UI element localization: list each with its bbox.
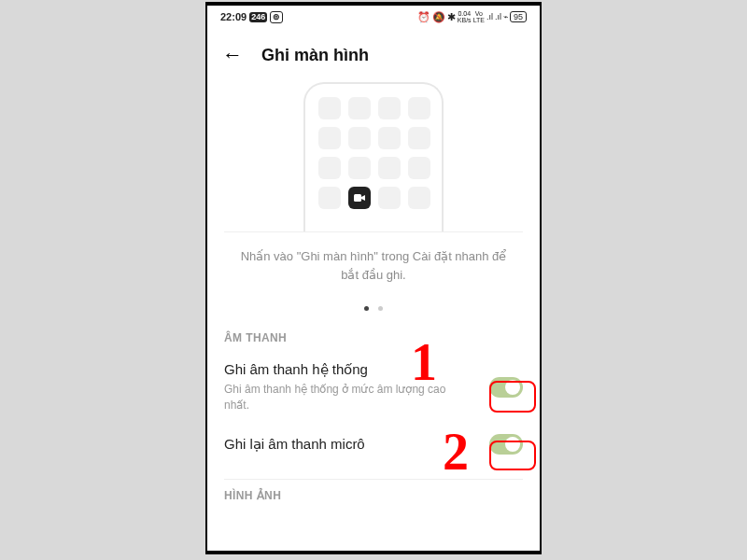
section-label-image: HÌNH ẢNH xyxy=(207,480,540,510)
app-tile xyxy=(408,157,430,179)
app-tile xyxy=(348,157,371,179)
setting-title: Ghi lại âm thanh micrô xyxy=(224,436,476,453)
mute-icon: 🔕 xyxy=(432,11,445,23)
app-tile xyxy=(378,97,401,119)
record-tile-icon xyxy=(348,187,371,209)
page-dot xyxy=(378,306,383,311)
svg-rect-0 xyxy=(354,194,361,202)
phone-screen: 22:09 246 ⊚ ⏰ 🔕 ✱ 0.04KB/s Vo LTE .ıl .ı… xyxy=(205,2,542,554)
net-speed: 0.04KB/s xyxy=(458,10,472,23)
device-outline xyxy=(303,82,444,231)
toggle-mic-sound[interactable] xyxy=(489,434,523,455)
signal-1-icon: .ıl xyxy=(486,12,493,21)
page-indicator[interactable] xyxy=(207,298,540,322)
app-tile xyxy=(318,127,341,149)
back-button[interactable]: ← xyxy=(222,45,243,65)
page-header: ← Ghi màn hình xyxy=(207,26,540,78)
status-bar: 22:09 246 ⊚ ⏰ 🔕 ✱ 0.04KB/s Vo LTE .ıl .ı… xyxy=(207,6,540,26)
app-tile xyxy=(318,97,341,119)
instruction-text: Nhấn vào "Ghi màn hình" trong Cài đặt nh… xyxy=(207,232,540,298)
app-tile xyxy=(408,187,430,209)
app-tile xyxy=(348,97,371,119)
alarm-icon: ⏰ xyxy=(417,11,430,23)
setting-desc: Ghi âm thanh hệ thống ở mức âm lượng cao… xyxy=(224,382,458,413)
toggle-system-sound[interactable] xyxy=(489,377,523,398)
app-tile xyxy=(408,127,430,149)
setting-system-sound[interactable]: Ghi âm thanh hệ thống Ghi âm thanh hệ th… xyxy=(207,352,540,425)
app-tile xyxy=(378,127,401,149)
volte-icon: Vo LTE xyxy=(473,10,485,23)
bluetooth-icon: ✱ xyxy=(447,11,456,23)
page-dot-active xyxy=(364,306,369,311)
status-time: 22:09 xyxy=(220,11,247,22)
app-tile xyxy=(318,187,341,209)
app-tile xyxy=(408,97,430,119)
illustration xyxy=(207,78,540,231)
status-badge-1: 246 xyxy=(249,12,267,22)
battery-indicator: 95 xyxy=(510,11,527,22)
status-badge-2: ⊚ xyxy=(270,11,283,23)
app-tile xyxy=(378,157,401,179)
data-icon: ⌁ xyxy=(503,12,508,21)
setting-mic-sound[interactable]: Ghi lại âm thanh micrô xyxy=(207,425,540,466)
signal-2-icon: .ıl xyxy=(495,12,501,21)
app-tile xyxy=(348,127,371,149)
page-title: Ghi màn hình xyxy=(261,46,369,65)
app-tile xyxy=(378,187,401,209)
app-tile xyxy=(318,157,341,179)
setting-title: Ghi âm thanh hệ thống xyxy=(224,361,476,378)
section-label-sound: ÂM THANH xyxy=(207,322,540,352)
